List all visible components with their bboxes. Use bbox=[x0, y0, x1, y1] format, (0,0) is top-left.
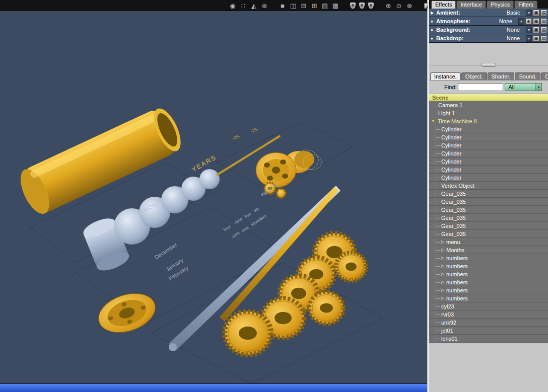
render-burst-icon[interactable]: ⊛ bbox=[261, 3, 268, 9]
scene-item-label: Months bbox=[446, 247, 464, 253]
scene-tree-row[interactable]: ▼ ▷ Cylinder bbox=[429, 133, 548, 141]
filter-dropdown[interactable]: All ▾ bbox=[505, 83, 542, 91]
scene-item-label: Vertex Object bbox=[441, 183, 474, 189]
scene-tree-row[interactable]: ▼ ▷ Gear_035 bbox=[429, 206, 548, 214]
effect-value-dropdown[interactable]: None bbox=[493, 18, 518, 24]
viewport-3d[interactable]: YEARS MONTH December January February fo… bbox=[0, 11, 427, 383]
shield-textured-icon[interactable] bbox=[368, 3, 374, 9]
effect-load-icon[interactable]: ▤ bbox=[540, 35, 547, 42]
browser-tab[interactable]: Clips bbox=[541, 72, 548, 80]
effects-tab[interactable]: Interface bbox=[456, 1, 486, 9]
scene-tree-row[interactable]: ▼ ▷ numbers bbox=[429, 270, 548, 278]
scene-tree-row[interactable]: ▼ ▷ cyl23 bbox=[429, 302, 548, 310]
effects-tab[interactable]: Filters bbox=[514, 1, 537, 9]
disclosure-triangle-icon[interactable]: ▷ bbox=[441, 240, 446, 244]
chevron-down-icon[interactable]: ▾ bbox=[526, 10, 532, 16]
effect-value-dropdown[interactable]: Basic bbox=[501, 10, 526, 16]
browser-tab[interactable]: Sound. bbox=[515, 72, 540, 80]
render-camera-icon[interactable]: ◉ bbox=[229, 3, 236, 9]
scene-tree-row[interactable]: ▼ ▷ Camera 1 bbox=[429, 101, 548, 109]
effect-marker-icon[interactable]: ● bbox=[431, 28, 436, 32]
effect-marker-icon[interactable]: ● bbox=[431, 36, 436, 41]
scene-tree-row[interactable]: ▼ ▷ Time Machine II bbox=[429, 117, 548, 125]
scene-tree-row[interactable]: ▼ ▷ Vertex Object bbox=[429, 182, 548, 190]
scene-tree-row[interactable]: ▼ ▷ Gear_035 bbox=[429, 222, 548, 230]
effect-load-icon[interactable]: ▤ bbox=[540, 10, 547, 16]
chevron-down-icon[interactable]: ▾ bbox=[526, 35, 532, 42]
scene-item-label: Cylinder bbox=[441, 142, 461, 148]
scene-tree-row[interactable]: ▼ ▷ Cylinder bbox=[429, 174, 548, 182]
browser-tab[interactable]: Shader. bbox=[488, 72, 515, 80]
nav-dolly-icon[interactable]: ⊕ bbox=[385, 3, 392, 9]
chevron-down-icon[interactable]: ▾ bbox=[526, 27, 532, 33]
shield-shaded-icon[interactable] bbox=[359, 3, 365, 9]
disclosure-triangle-icon[interactable]: ▷ bbox=[441, 256, 446, 260]
effects-tab[interactable]: Physics bbox=[487, 1, 514, 9]
scene-item-label: numbers bbox=[446, 255, 468, 261]
browser-tab[interactable]: Instance. bbox=[430, 72, 461, 80]
disclosure-triangle-icon[interactable]: ▷ bbox=[441, 264, 446, 268]
effect-load-icon[interactable]: ▤ bbox=[540, 18, 547, 25]
gold-flange[interactable] bbox=[94, 287, 161, 339]
scene-tree-row[interactable]: ▼ ▷ lens01 bbox=[429, 335, 548, 343]
chevron-down-icon[interactable]: ▾ bbox=[518, 18, 524, 25]
scene-tree-row[interactable]: ▼ ▷ Cylinder bbox=[429, 141, 548, 149]
layout-single-icon[interactable]: ■ bbox=[279, 3, 286, 9]
scene-tree-row[interactable]: ▼ ▷ Light 1 bbox=[429, 109, 548, 117]
scene-tree-row[interactable]: ▼ ▷ Cylinder bbox=[429, 166, 548, 174]
effect-load-icon[interactable]: ▤ bbox=[540, 27, 547, 33]
scene-tree-row[interactable]: ▼ ▷ jet01 bbox=[429, 327, 548, 335]
scene-list-header[interactable]: Scene bbox=[429, 94, 548, 101]
shield-wireframe-icon[interactable] bbox=[350, 3, 356, 9]
scene-tree-row[interactable]: ▼ ▷ menu bbox=[429, 238, 548, 246]
scene-tree-row[interactable]: ▼ ▷ Gear_035 bbox=[429, 230, 548, 238]
divider-handle[interactable] bbox=[481, 63, 496, 67]
scene-tree-row[interactable]: ▼ ▷ numbers bbox=[429, 262, 548, 270]
disclosure-triangle-icon[interactable]: ▷ bbox=[441, 248, 446, 252]
disclosure-triangle-icon[interactable]: ▷ bbox=[441, 272, 446, 276]
scene-tree-row[interactable]: ▼ ▷ unk92 bbox=[429, 319, 548, 327]
nav-orbit-icon[interactable]: ⊗ bbox=[406, 3, 413, 9]
scene-item-label: Gear_035 bbox=[441, 207, 466, 213]
layout-quad-icon[interactable]: ⊞ bbox=[311, 3, 318, 9]
layout-split-horizontal-icon[interactable]: ⊟ bbox=[300, 3, 307, 9]
nav-pan-icon[interactable]: ⊙ bbox=[395, 3, 402, 9]
expand-open-triangle-icon[interactable]: ▼ bbox=[431, 119, 438, 123]
layout-rows-icon[interactable]: ▤ bbox=[321, 3, 328, 9]
disclosure-triangle-icon[interactable]: ▷ bbox=[441, 296, 446, 300]
effect-save-icon[interactable]: ▣ bbox=[533, 18, 539, 25]
pixel-grid-icon[interactable]: ∷ bbox=[240, 3, 247, 9]
effects-tab[interactable]: Effects bbox=[431, 1, 456, 9]
effect-save-icon[interactable]: ▣ bbox=[533, 10, 539, 16]
viewport-label: six bbox=[253, 206, 260, 213]
chevron-down-icon[interactable]: ▾ bbox=[535, 84, 541, 91]
effect-save-icon[interactable]: ▣ bbox=[533, 27, 539, 33]
scene-tree-row[interactable]: ▼ ▷ Cylinder bbox=[429, 125, 548, 133]
scene-tree-row[interactable]: ▼ ▷ Cylinder bbox=[429, 158, 548, 166]
browser-tab[interactable]: Object. bbox=[461, 72, 487, 80]
effect-marker-icon[interactable]: ● bbox=[431, 19, 436, 24]
scene-tree-row[interactable]: ▼ ▷ numbers bbox=[429, 278, 548, 286]
find-input[interactable] bbox=[458, 83, 503, 91]
scene-tree-row[interactable]: ▼ ▷ Gear_035 bbox=[429, 190, 548, 198]
viewport-canvas[interactable]: YEARS MONTH December January February fo… bbox=[0, 11, 427, 383]
layout-grid-icon[interactable]: ▦ bbox=[332, 3, 339, 9]
photo-view-icon[interactable]: ◭ bbox=[250, 3, 257, 9]
effect-value-dropdown[interactable]: None bbox=[501, 27, 526, 33]
scene-tree-row[interactable]: ▼ ▷ numbers bbox=[429, 294, 548, 302]
horizontal-scrollbar[interactable] bbox=[0, 383, 427, 392]
scene-tree-row[interactable]: ▼ ▷ Gear_035 bbox=[429, 198, 548, 206]
disclosure-triangle-icon[interactable]: ▷ bbox=[441, 280, 446, 284]
effect-value-dropdown[interactable]: None bbox=[501, 35, 526, 41]
scene-tree-row[interactable]: ▼ ▷ Gear_035 bbox=[429, 214, 548, 222]
effect-extra-icon[interactable]: ◈ bbox=[525, 18, 532, 25]
effect-marker-icon[interactable]: ▶ bbox=[431, 11, 436, 15]
layout-split-vertical-icon[interactable]: ◫ bbox=[290, 3, 297, 9]
scene-tree-row[interactable]: ▼ ▷ Months bbox=[429, 246, 548, 254]
scene-tree-row[interactable]: ▼ ▷ numbers bbox=[429, 286, 548, 294]
scene-tree-row[interactable]: ▼ ▷ numbers bbox=[429, 254, 548, 262]
scene-tree-row[interactable]: ▼ ▷ Cylinder bbox=[429, 149, 548, 158]
effect-save-icon[interactable]: ▣ bbox=[533, 35, 539, 42]
scene-tree-row[interactable]: ▼ ▷ rvr03 bbox=[429, 310, 548, 319]
disclosure-triangle-icon[interactable]: ▷ bbox=[441, 288, 446, 292]
